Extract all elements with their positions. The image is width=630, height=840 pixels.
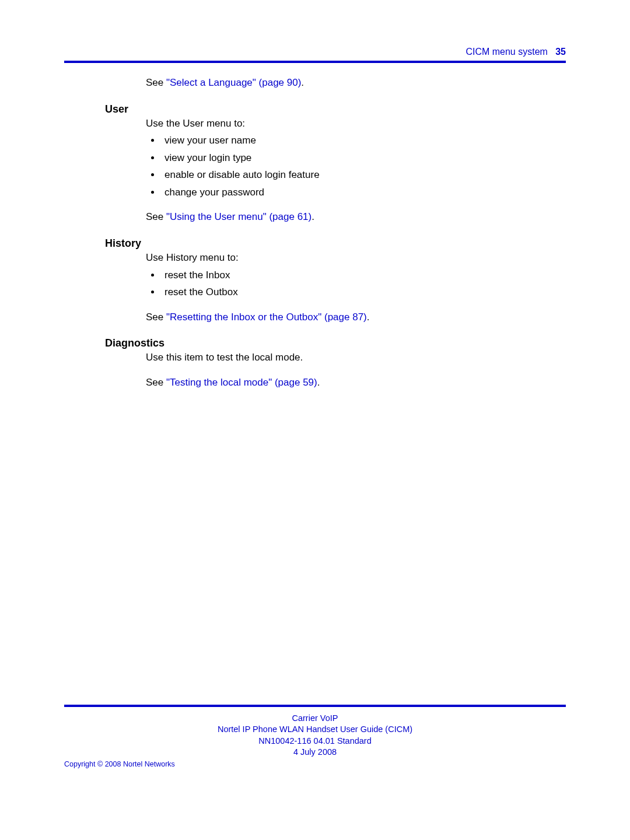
history-intro: Use History menu to: xyxy=(146,251,560,265)
footer-line4: 4 July 2008 xyxy=(64,747,566,758)
link-reset-inbox-outbox[interactable]: "Resetting the Inbox or the Outbox" (pag… xyxy=(166,312,367,323)
user-intro: Use the User menu to: xyxy=(146,117,560,131)
list-item: reset the Outbox xyxy=(161,285,560,300)
list-item: change your password xyxy=(161,185,560,200)
user-list: view your user name view your login type… xyxy=(161,133,560,200)
link-test-local-mode[interactable]: "Testing the local mode" (page 59) xyxy=(166,377,317,388)
diagnostics-intro: Use this item to test the local mode. xyxy=(146,351,560,365)
heading-user: User xyxy=(105,103,560,116)
list-item: reset the Inbox xyxy=(161,268,560,283)
footer-rule xyxy=(64,705,566,707)
diagnostics-see: See "Testing the local mode" (page 59). xyxy=(146,376,560,390)
footer-line2: Nortel IP Phone WLAN Handset User Guide … xyxy=(64,724,566,736)
heading-diagnostics: Diagnostics xyxy=(105,337,560,349)
heading-history: History xyxy=(105,237,560,250)
page-number: 35 xyxy=(555,47,566,57)
header-title: CICM menu system xyxy=(466,47,547,57)
header-rule xyxy=(64,61,566,63)
list-item: enable or disable auto login feature xyxy=(161,167,560,183)
user-see: See "Using the User menu" (page 61). xyxy=(146,210,560,225)
footer: Carrier VoIP Nortel IP Phone WLAN Handse… xyxy=(64,705,566,758)
link-user-menu[interactable]: "Using the User menu" (page 61) xyxy=(166,211,312,222)
copyright: Copyright © 2008 Nortel Networks xyxy=(64,760,175,768)
history-list: reset the Inbox reset the Outbox xyxy=(161,268,560,300)
footer-line1: Carrier VoIP xyxy=(64,713,566,724)
footer-line3: NN10042-116 04.01 Standard xyxy=(64,736,566,747)
running-header: CICM menu system 35 xyxy=(64,47,566,57)
history-see: See "Resetting the Inbox or the Outbox" … xyxy=(146,310,560,325)
list-item: view your user name xyxy=(161,133,560,148)
intro-see: See "Select a Language" (page 90). xyxy=(146,76,560,90)
list-item: view your login type xyxy=(161,150,560,166)
link-select-language[interactable]: "Select a Language" (page 90) xyxy=(166,77,301,88)
